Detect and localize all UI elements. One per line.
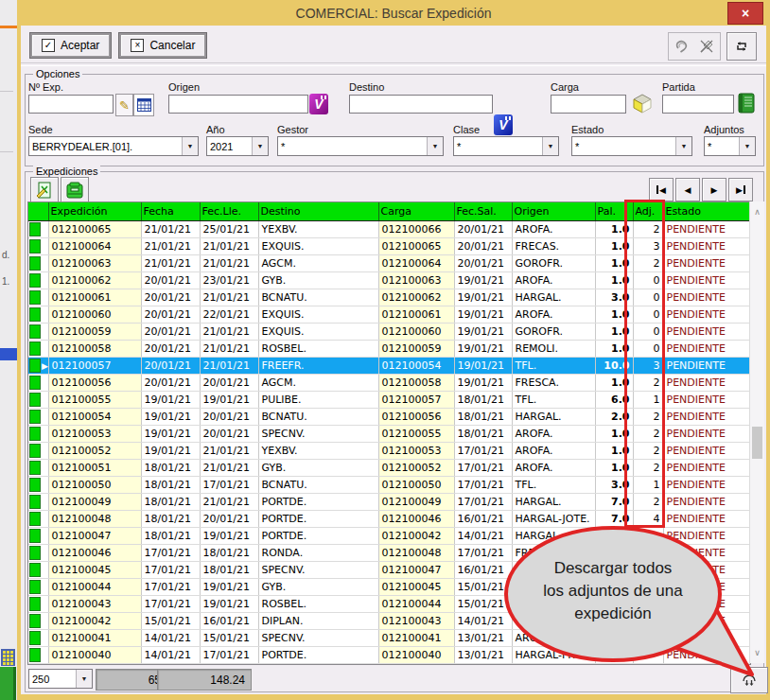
cell-6[interactable]: TFL.: [512, 358, 595, 375]
cell-4[interactable]: 012100052: [378, 460, 454, 477]
table-row[interactable]: 01210004215/01/2116/01/21DIPLAN.01210004…: [28, 613, 749, 630]
cell-7[interactable]: [595, 630, 633, 647]
aceptar-button[interactable]: ✓ Aceptar: [30, 33, 111, 58]
cell-2[interactable]: 17/01/21: [200, 477, 258, 494]
cell-9[interactable]: PENDIENTE: [663, 647, 749, 664]
cell-9[interactable]: PENDIENTE: [663, 494, 749, 511]
cell-0[interactable]: 012100061: [48, 289, 141, 306]
cell-5[interactable]: 16/01/21: [454, 562, 512, 579]
cell-6[interactable]: AROFA.: [512, 306, 595, 324]
title-bar[interactable]: COMERCIAL: Buscar Expedición: [21, 0, 766, 26]
cell-0[interactable]: 012100046: [48, 545, 141, 562]
cell-2[interactable]: 17/01/21: [200, 647, 258, 664]
cell-5[interactable]: 15/01/21: [454, 579, 512, 596]
cell-1[interactable]: 19/01/21: [141, 392, 200, 409]
table-row[interactable]: 01210004014/01/2117/01/21PORTDE.01210004…: [28, 647, 749, 664]
cell-8[interactable]: [633, 528, 663, 545]
cell-3[interactable]: PORTDE.: [258, 494, 378, 511]
estado-combo[interactable]: *▼: [571, 136, 692, 156]
cell-0[interactable]: 012100053: [48, 426, 141, 443]
cell-0[interactable]: 012100048: [48, 511, 141, 528]
cell-6[interactable]: GOROFR.: [512, 324, 595, 341]
cell-4[interactable]: 012100061: [378, 306, 454, 324]
cell-7[interactable]: [595, 562, 633, 579]
cell-2[interactable]: 19/01/21: [200, 579, 258, 596]
carga-input[interactable]: [551, 95, 626, 114]
cell-1[interactable]: 18/01/21: [141, 511, 200, 528]
remove-attachment-button[interactable]: [694, 35, 719, 58]
cell-4[interactable]: 012100065: [378, 238, 454, 255]
cell-5[interactable]: 19/01/21: [454, 306, 512, 324]
table-row[interactable]: 01210006421/01/2121/01/21EXQUIS.01210006…: [28, 238, 749, 255]
cell-4[interactable]: 012100062: [378, 289, 454, 306]
cell-3[interactable]: DIPLAN.: [258, 613, 378, 630]
cell-9[interactable]: PENDIENTE: [663, 324, 749, 341]
cell-0[interactable]: 012100043: [48, 596, 141, 613]
cell-9[interactable]: PENDIENTE: [663, 528, 749, 545]
cell-9[interactable]: PENDIENTE: [663, 238, 749, 255]
column-header-10[interactable]: Estado: [663, 202, 749, 221]
cell-8[interactable]: 2: [633, 409, 663, 426]
cell-6[interactable]: HARGAL-FRESC: [512, 647, 595, 664]
cell-4[interactable]: 012100050: [378, 477, 454, 494]
cell-7[interactable]: [595, 545, 633, 562]
table-row[interactable]: 01210005219/01/2121/01/21YEXBV.012100053…: [28, 443, 749, 460]
cell-9[interactable]: PENDIENTE: [663, 221, 749, 238]
cell-5[interactable]: 20/01/21: [454, 255, 512, 272]
paperclip-button[interactable]: [670, 35, 694, 58]
table-row[interactable]: 01210005920/01/2121/01/21EXQUIS.01210006…: [28, 324, 749, 341]
column-header-1[interactable]: Expedición: [48, 202, 141, 221]
table-row[interactable]: 01210006020/01/2122/01/21EXQUIS.01210006…: [28, 306, 749, 324]
table-row[interactable]: 01210004617/01/2118/01/21RONDA.012100048…: [28, 545, 749, 562]
cell-7[interactable]: [595, 528, 633, 545]
cell-8[interactable]: 0: [633, 272, 663, 289]
cell-2[interactable]: 16/01/21: [200, 613, 258, 630]
cell-0[interactable]: 012100042: [48, 613, 141, 630]
cell-2[interactable]: 21/01/21: [200, 289, 258, 306]
cell-7[interactable]: 1.0: [595, 443, 633, 460]
cell-2[interactable]: 19/01/21: [200, 528, 258, 545]
cell-1[interactable]: 18/01/21: [141, 494, 200, 511]
cell-9[interactable]: PENDIENTE: [663, 562, 749, 579]
column-header-2[interactable]: Fecha: [141, 202, 200, 221]
cell-7[interactable]: 1.0: [595, 221, 633, 238]
cell-9[interactable]: PENDIENTE: [663, 613, 749, 630]
cell-8[interactable]: [633, 579, 663, 596]
cell-3[interactable]: BCNATU.: [258, 289, 378, 306]
numexp-calendar-button[interactable]: [133, 94, 154, 116]
table-row[interactable]: 01210006220/01/2123/01/21GYB.01210006319…: [28, 272, 749, 289]
cell-6[interactable]: AROFA.: [512, 579, 595, 596]
cell-3[interactable]: RONDA.: [258, 545, 378, 562]
cell-3[interactable]: AGCM.: [258, 255, 378, 272]
cell-8[interactable]: [633, 613, 663, 630]
cell-7[interactable]: 1.0: [595, 306, 633, 324]
cell-3[interactable]: GYB.: [258, 272, 378, 289]
cell-7[interactable]: 1.0: [595, 375, 633, 392]
cell-9[interactable]: PENDIENTE: [663, 289, 749, 306]
cell-3[interactable]: SPECNV.: [258, 562, 378, 579]
numexp-edit-button[interactable]: ✎: [115, 94, 133, 116]
cell-2[interactable]: 21/01/21: [200, 460, 258, 477]
table-row[interactable]: 01210005820/01/2121/01/21ROSBEL.01210005…: [28, 341, 749, 358]
cell-1[interactable]: 18/01/21: [141, 477, 200, 494]
cell-1[interactable]: 21/01/21: [141, 255, 200, 272]
cancelar-button[interactable]: × Cancelar: [119, 33, 206, 58]
table-row[interactable]: 01210004317/01/2119/01/21ROSBEL.01210004…: [28, 596, 749, 613]
cell-7[interactable]: 1.0: [595, 272, 633, 289]
cell-2[interactable]: 20/01/21: [200, 511, 258, 528]
cell-1[interactable]: 19/01/21: [141, 409, 200, 426]
cell-3[interactable]: ROSBEL.: [258, 596, 378, 613]
table-row[interactable]: ▶01210005720/01/2121/01/21FREEFR.0121000…: [28, 358, 749, 375]
partida-input[interactable]: [662, 95, 734, 114]
cell-8[interactable]: [633, 596, 663, 613]
cell-6[interactable]: FRECAS.: [512, 238, 595, 255]
table-row[interactable]: 01210004114/01/2115/01/21SPECNV.01210004…: [28, 630, 749, 647]
cell-8[interactable]: 2: [633, 375, 663, 392]
cell-0[interactable]: 012100050: [48, 477, 141, 494]
cell-4[interactable]: 012100049: [378, 494, 454, 511]
cell-4[interactable]: 012100055: [378, 426, 454, 443]
cell-5[interactable]: 17/01/21: [454, 494, 512, 511]
pagesize-combo[interactable]: 250▼: [28, 669, 93, 689]
cell-2[interactable]: 15/01/21: [200, 630, 258, 647]
export-excel-button[interactable]: [30, 177, 59, 203]
